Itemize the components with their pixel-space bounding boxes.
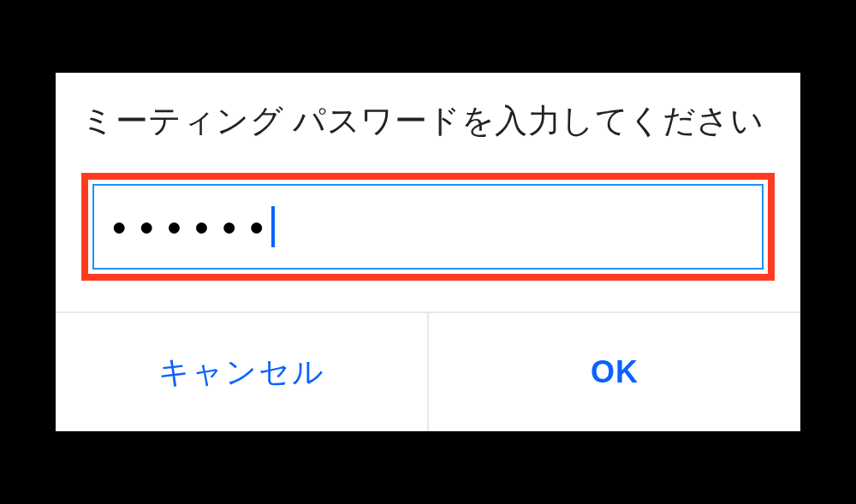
dialog-title: ミーティング パスワードを入力してください bbox=[81, 97, 775, 145]
highlight-frame: ●●●●●● bbox=[81, 173, 775, 281]
button-row: キャンセル OK bbox=[56, 311, 800, 431]
text-cursor bbox=[271, 206, 275, 247]
ok-button[interactable]: OK bbox=[429, 313, 800, 431]
dialog-body: ミーティング パスワードを入力してください ●●●●●● bbox=[56, 73, 800, 311]
password-dialog: ミーティング パスワードを入力してください ●●●●●● キャンセル OK bbox=[56, 73, 800, 431]
password-input[interactable]: ●●●●●● bbox=[92, 184, 764, 270]
cancel-button[interactable]: キャンセル bbox=[56, 313, 429, 431]
password-mask: ●●●●●● bbox=[111, 214, 276, 240]
